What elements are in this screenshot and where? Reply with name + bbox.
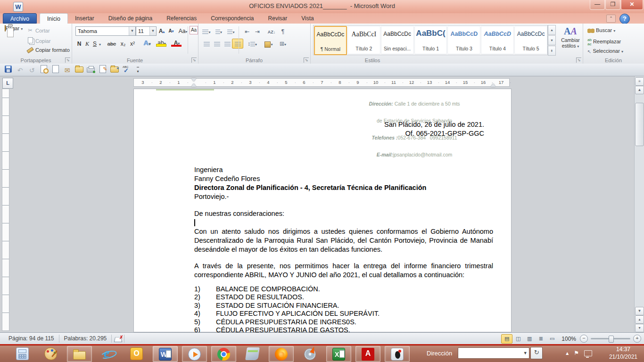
tab-insertar[interactable]: Insertar: [68, 13, 101, 24]
paste-button[interactable]: Pegar ▾: [3, 25, 25, 58]
superscript-button[interactable]: x²: [128, 39, 137, 49]
change-styles-button[interactable]: AA Cambiar estilos ▾: [559, 25, 582, 57]
scroll-down-icon[interactable]: ▼: [635, 307, 644, 315]
bold-button[interactable]: N: [75, 39, 83, 49]
minimize-ribbon-chevron-icon[interactable]: ⌃: [606, 15, 616, 23]
redo-icon[interactable]: ↺: [26, 65, 37, 75]
paragraph-dialog-launcher-icon[interactable]: ⇘: [304, 58, 309, 63]
strikethrough-button[interactable]: abe: [106, 39, 118, 49]
folder-favorites-icon[interactable]: [109, 65, 120, 75]
print-preview-icon[interactable]: [38, 65, 49, 75]
bullets-button[interactable]: ▾: [201, 26, 212, 36]
save-icon[interactable]: [3, 65, 14, 75]
calculator-icon[interactable]: [10, 346, 34, 361]
edit-document-icon[interactable]: [97, 65, 108, 75]
shrink-font-button[interactable]: A▾: [167, 26, 175, 36]
previous-page-icon[interactable]: ▴: [635, 315, 644, 324]
hanging-indent-marker[interactable]: [191, 83, 196, 87]
file-explorer-icon[interactable]: [67, 346, 92, 362]
scrollbar-thumb[interactable]: [635, 103, 644, 146]
chrome-icon[interactable]: [211, 346, 236, 362]
first-line-indent-marker[interactable]: [191, 78, 196, 82]
style-gallery-item[interactable]: AaBbCcDc Título 5: [514, 26, 547, 54]
style-gallery-item[interactable]: AaBbCcI Título 2: [347, 26, 380, 54]
multilevel-list-button[interactable]: ▾: [225, 26, 237, 36]
new-document-icon[interactable]: [50, 65, 61, 75]
tab-revisar[interactable]: Revisar: [261, 13, 295, 24]
draft-view-button[interactable]: ▭: [546, 334, 558, 344]
internet-explorer-icon[interactable]: [96, 346, 120, 361]
change-case-button[interactable]: Aa▾: [177, 26, 189, 36]
replace-button[interactable]: abacReemplazar: [587, 38, 621, 46]
zoom-slider[interactable]: [591, 338, 630, 339]
align-right-button[interactable]: [222, 39, 233, 49]
justify-button[interactable]: [232, 39, 243, 49]
italic-button[interactable]: K: [84, 39, 91, 49]
firefox-icon[interactable]: [269, 346, 294, 362]
font-color-button[interactable]: A▾: [171, 38, 183, 48]
help-icon[interactable]: ?: [619, 14, 630, 24]
action-center-flag-icon[interactable]: ⚑: [574, 350, 579, 356]
scroll-up-icon[interactable]: ▲: [635, 86, 644, 94]
show-paragraph-marks-button[interactable]: ¶: [277, 26, 289, 36]
tab-vista[interactable]: Vista: [294, 13, 321, 24]
find-button[interactable]: Buscar ▾: [587, 27, 615, 33]
format-painter-button[interactable]: Copiar formato: [26, 47, 70, 53]
vertical-scrollbar[interactable]: ≡ ▲ ▼ ▴ ▾: [634, 76, 644, 332]
sort-button[interactable]: AZ↓: [266, 26, 277, 36]
right-indent-marker[interactable]: [491, 83, 495, 87]
copy-button[interactable]: Copiar: [26, 37, 50, 44]
outline-view-button[interactable]: ≣: [535, 334, 546, 344]
autocad-icon[interactable]: [355, 346, 380, 362]
shading-button[interactable]: ▾: [262, 39, 275, 49]
grow-font-button[interactable]: A▴: [157, 26, 166, 36]
decrease-indent-button[interactable]: ⇤: [241, 26, 253, 36]
document-body[interactable]: Ingeniera Fanny Cedeño Flores Directora …: [194, 165, 493, 334]
font-family-combo[interactable]: Tahoma▼: [75, 26, 136, 36]
outlook-icon[interactable]: [124, 346, 149, 361]
restore-button[interactable]: ❐: [605, 0, 620, 10]
print-layout-view-button[interactable]: ▤: [501, 334, 512, 344]
address-bar-input[interactable]: ▼: [458, 347, 529, 359]
line-spacing-button[interactable]: ↕▾: [245, 39, 259, 49]
style-gallery-item[interactable]: AaBbCcDc Sin espaci...: [381, 26, 414, 54]
style-gallery-item[interactable]: AaBbCcD Título 3: [447, 26, 480, 54]
nero-burning-icon[interactable]: [298, 346, 322, 361]
style-gallery-item[interactable]: AaBbCcDc ¶ Normal: [314, 26, 347, 55]
close-button[interactable]: ✕: [621, 0, 643, 10]
tab-referencias[interactable]: Referencias: [159, 13, 204, 24]
style-gallery-more-icon[interactable]: ⇟: [548, 46, 556, 56]
underline-button[interactable]: S: [91, 39, 98, 49]
font-size-combo[interactable]: 11▼: [136, 26, 157, 36]
highlight-color-button[interactable]: ab▾: [156, 38, 168, 48]
tab-archivo[interactable]: Archivo: [3, 13, 37, 24]
toolbar-options-icon[interactable]: ▾: [132, 65, 143, 75]
network-tray-icon[interactable]: [584, 350, 592, 356]
cut-button[interactable]: ✂Cortar: [26, 27, 50, 33]
document-page[interactable]: Dirección: Calle 1 de diciembre a 50 mts…: [133, 89, 512, 332]
envelope-icon[interactable]: ✉: [62, 65, 73, 75]
increase-indent-button[interactable]: ⇥: [252, 26, 263, 36]
page-indicator[interactable]: Página: 94 de 115: [4, 335, 59, 343]
minimize-button[interactable]: —: [590, 0, 605, 10]
borders-button[interactable]: ⊞▾: [276, 39, 289, 49]
style-gallery-item[interactable]: AaBbC( Título 1: [414, 26, 447, 54]
styles-dialog-launcher-icon[interactable]: ⇘: [576, 58, 581, 63]
spelling-status-icon[interactable]: [112, 335, 124, 343]
tab-stop-selector-button[interactable]: L: [2, 78, 13, 89]
print-icon[interactable]: [85, 65, 96, 75]
address-go-refresh-icon[interactable]: ↻: [530, 347, 543, 359]
select-button[interactable]: ↖Seleccionar ▾: [587, 48, 623, 54]
tab-correspondencia[interactable]: Correspondencia: [204, 13, 261, 24]
style-gallery-up-icon[interactable]: ▲: [548, 25, 556, 35]
tab-diseno-de-pagina[interactable]: Diseño de página: [101, 13, 159, 24]
word-count[interactable]: Palabras: 20.295: [59, 335, 112, 343]
font-dialog-launcher-icon[interactable]: ⇘: [191, 58, 197, 63]
paint-icon[interactable]: [39, 346, 63, 361]
style-gallery-down-icon[interactable]: ▼: [548, 35, 556, 45]
ruler-toggle-icon[interactable]: ≡: [635, 77, 644, 86]
zoom-level[interactable]: 100%: [561, 336, 576, 342]
java-app-icon[interactable]: [385, 346, 410, 362]
zoom-in-button[interactable]: +: [633, 335, 641, 343]
underline-options-chevron-icon[interactable]: ▾: [98, 39, 102, 49]
